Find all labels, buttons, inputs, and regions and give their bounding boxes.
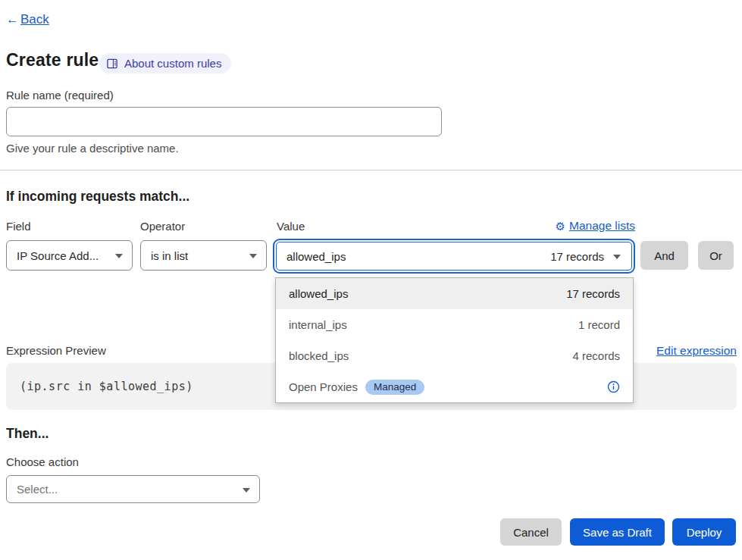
section-divider xyxy=(0,170,742,171)
rule-name-label: Rule name (required) xyxy=(6,89,114,102)
deploy-button[interactable]: Deploy xyxy=(672,518,736,546)
list-item-records: 17 records xyxy=(566,287,620,300)
create-rule-page: ←Back Create rule About custom rules Rul… xyxy=(0,0,742,560)
about-badge-label: About custom rules xyxy=(124,57,221,70)
action-select-placeholder: Select... xyxy=(17,483,58,496)
then-section-heading: Then... xyxy=(6,426,49,442)
list-item-name: internal_ips xyxy=(289,318,347,331)
list-item-open-proxies[interactable]: Open Proxies Managed xyxy=(276,371,633,402)
list-item-name: blocked_ips xyxy=(289,349,349,362)
field-select-value: IP Source Add... xyxy=(17,249,99,262)
info-icon[interactable] xyxy=(607,380,620,393)
list-item-records: 4 records xyxy=(572,349,620,362)
operator-label: Operator xyxy=(140,220,185,233)
manage-lists-label: Manage lists xyxy=(569,219,635,233)
chevron-down-icon xyxy=(613,255,621,259)
and-button[interactable]: And xyxy=(640,241,688,270)
back-link[interactable]: ←Back xyxy=(6,12,49,27)
operator-select[interactable]: is in list xyxy=(140,240,267,271)
cancel-button[interactable]: Cancel xyxy=(500,518,562,546)
operator-select-value: is in list xyxy=(151,249,188,262)
edit-expression-label: Edit expression xyxy=(656,344,737,357)
list-item-records: 1 record xyxy=(578,318,620,331)
save-as-draft-button[interactable]: Save as Draft xyxy=(570,518,665,546)
field-select[interactable]: IP Source Add... xyxy=(6,240,133,271)
gear-icon: ⚙ xyxy=(556,221,565,232)
book-icon xyxy=(107,58,118,69)
value-dropdown-panel: allowed_ips 17 records internal_ips 1 re… xyxy=(275,277,634,403)
list-item-blocked-ips[interactable]: blocked_ips 4 records xyxy=(276,340,633,371)
list-item-internal-ips[interactable]: internal_ips 1 record xyxy=(276,309,633,340)
back-arrow-icon: ← xyxy=(6,12,19,27)
rule-name-helper: Give your rule a descriptive name. xyxy=(6,142,179,155)
chevron-down-icon xyxy=(243,488,250,493)
value-combobox-records: 17 records xyxy=(550,250,604,263)
managed-badge: Managed xyxy=(365,380,424,395)
list-item-allowed-ips[interactable]: allowed_ips 17 records xyxy=(276,278,633,309)
about-custom-rules-link[interactable]: About custom rules xyxy=(99,53,231,74)
match-section-heading: If incoming requests match... xyxy=(6,189,189,205)
edit-expression-link[interactable]: Edit expression xyxy=(656,344,737,358)
or-button[interactable]: Or xyxy=(698,241,734,270)
choose-action-label: Choose action xyxy=(6,455,79,468)
chevron-down-icon xyxy=(249,254,257,258)
field-label: Field xyxy=(6,220,31,233)
list-item-name: allowed_ips xyxy=(289,287,348,300)
back-label: Back xyxy=(20,12,49,27)
action-select[interactable]: Select... xyxy=(6,475,260,503)
value-combobox[interactable]: allowed_ips 17 records xyxy=(276,242,632,271)
manage-lists-link[interactable]: ⚙ Manage lists xyxy=(556,219,635,233)
chevron-down-icon xyxy=(115,254,123,258)
rule-name-input[interactable] xyxy=(6,107,442,136)
value-label: Value xyxy=(277,220,305,233)
value-combobox-selected: allowed_ips xyxy=(286,250,346,263)
expression-preview-label: Expression Preview xyxy=(6,344,106,357)
page-title: Create rule xyxy=(6,50,99,70)
expression-code: (ip.src in $allowed_ips) xyxy=(20,380,193,393)
list-item-name: Open Proxies xyxy=(289,380,358,393)
